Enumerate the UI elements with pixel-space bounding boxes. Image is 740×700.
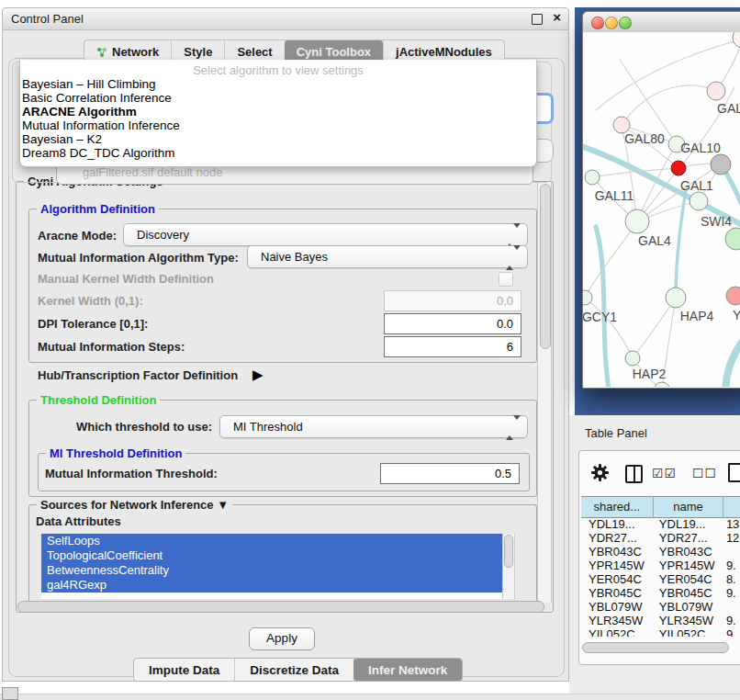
- mi-threshold-input[interactable]: 0.5: [380, 463, 520, 484]
- float-window-icon[interactable]: [532, 14, 543, 25]
- table-horizontal-scrollbar-thumb[interactable]: [582, 642, 729, 653]
- data-attribute-item[interactable]: TopologicalCoefficient: [41, 548, 502, 563]
- network-node-hap4[interactable]: [666, 288, 686, 308]
- tab-label: jActiveMNodules: [396, 45, 492, 59]
- zoom-traffic-light-icon[interactable]: [619, 17, 632, 29]
- close-icon[interactable]: ×: [553, 9, 561, 25]
- mi-steps-input[interactable]: 6: [384, 336, 521, 357]
- table-row[interactable]: YBR043CYBR043C: [581, 545, 740, 559]
- combo-stepper-icon: [506, 420, 521, 436]
- column-header[interactable]: [723, 496, 740, 518]
- network-node-hap2[interactable]: [625, 351, 640, 366]
- algorithm-option[interactable]: Bayesian – Hill Climbing: [22, 77, 533, 91]
- table-cell: 9.: [724, 559, 740, 572]
- network-canvas[interactable]: GALGAL80GAL10GAL1GAL11GAL4SWI4GCY1HAP4YH…: [583, 32, 740, 387]
- network-node-gal4[interactable]: [625, 209, 649, 233]
- network-edge[interactable]: [585, 221, 637, 298]
- table-cell: YBR045C: [656, 586, 724, 600]
- manual-kernel-width-checkbox[interactable]: [499, 272, 513, 287]
- table-cell: 9.: [724, 586, 740, 600]
- aracne-mode-combo[interactable]: Discovery: [123, 223, 528, 246]
- mi-algorithm-type-combo[interactable]: Naive Bayes: [247, 245, 528, 268]
- hub-definition-expander-label[interactable]: Hub/Transcription Factor Definition: [38, 368, 238, 382]
- network-node[interactable]: [711, 154, 731, 175]
- table-row[interactable]: YDR27...YDR27...12: [581, 531, 740, 545]
- network-edge[interactable]: [633, 298, 676, 358]
- tab-impute-data[interactable]: Impute Data: [134, 659, 234, 681]
- table-row[interactable]: YPR145WYPR145W9.: [581, 559, 740, 572]
- table-row[interactable]: YLR345WYLR345W9.: [581, 614, 740, 627]
- table-cell: YBL079W: [581, 600, 656, 614]
- which-threshold-label: Which threshold to use:: [76, 420, 212, 434]
- settings-horizontal-scrollbar-thumb[interactable]: [17, 601, 544, 613]
- apply-button[interactable]: Apply: [249, 627, 315, 650]
- network-node-label: GAL: [717, 101, 740, 116]
- tab-infer-network[interactable]: Infer Network: [353, 659, 462, 681]
- network-node-gal[interactable]: [707, 82, 725, 100]
- table-row[interactable]: YBL079WYBL079W: [581, 600, 740, 614]
- algorithm-option[interactable]: Bayesian – K2: [22, 132, 533, 146]
- dpi-tolerance-input[interactable]: 0.0: [384, 313, 521, 334]
- data-attribute-item[interactable]: SelfLoops: [41, 534, 502, 548]
- minimize-traffic-light-icon[interactable]: [605, 17, 618, 29]
- deselect-all-checkboxes-icon[interactable]: ☐☐: [692, 466, 717, 480]
- column-header[interactable]: shared...: [581, 496, 654, 518]
- algorithm-dropdown-list: Bayesian – Hill ClimbingBasic Correlatio…: [22, 77, 533, 160]
- attributes-scrollbar-thumb[interactable]: [504, 535, 513, 568]
- file-icon[interactable]: [728, 463, 740, 482]
- network-node-label: GAL10: [680, 141, 721, 155]
- data-attribute-item[interactable]: gal4RGexp: [41, 578, 502, 593]
- algorithm-option[interactable]: Basic Correlation Inference: [22, 91, 533, 105]
- network-node-swi4[interactable]: [725, 228, 740, 250]
- collapse-down-icon[interactable]: ▼: [217, 498, 229, 512]
- algorithm-option[interactable]: Mutual Information Inference: [22, 119, 533, 132]
- mi-algorithm-type-label: Mutual Information Algorithm Type:: [38, 251, 239, 265]
- close-traffic-light-icon[interactable]: [591, 17, 604, 29]
- expand-right-icon[interactable]: ▶: [252, 367, 263, 383]
- algorithm-option[interactable]: ARACNE Algorithm: [22, 105, 533, 119]
- network-node-gal1[interactable]: [690, 192, 708, 210]
- gear-icon[interactable]: [591, 464, 609, 485]
- algorithm-dropdown-placeholder[interactable]: Select algorithm to view settings: [20, 63, 536, 77]
- network-node-gal11[interactable]: [585, 170, 600, 185]
- tab-discretize-data[interactable]: Discretize Data: [234, 659, 353, 681]
- minimized-panel-icon[interactable]: [2, 687, 18, 700]
- network-edge[interactable]: [596, 227, 612, 387]
- data-attribute-item[interactable]: BetweennessCentrality: [41, 563, 502, 578]
- algorithm-option[interactable]: Dream8 DC_TDC Algorithm: [22, 146, 533, 160]
- tab-label: Cyni Toolbox: [297, 45, 371, 59]
- data-attributes-list: SelfLoopsTopologicalCoefficientBetweenne…: [41, 534, 502, 599]
- table-cell: YIL052C: [581, 627, 656, 637]
- control-panel-titlebar: Control Panel ×: [3, 8, 568, 30]
- network-window-titlebar: [583, 12, 740, 33]
- settings-vertical-scrollbar[interactable]: [537, 182, 552, 603]
- column-header[interactable]: name: [654, 496, 724, 518]
- network-edge[interactable]: [622, 85, 716, 125]
- network-node-y[interactable]: [726, 287, 740, 305]
- table-cell: 8.: [724, 572, 740, 586]
- network-node[interactable]: [733, 32, 740, 48]
- threshold-definition-title: Threshold Definition: [37, 393, 160, 407]
- columns-icon[interactable]: [625, 465, 643, 483]
- kernel-width-input[interactable]: 0.0: [384, 290, 521, 311]
- table-row[interactable]: YDL19...YDL19...13: [581, 517, 740, 531]
- table-row[interactable]: YBR045CYBR045C9.: [581, 586, 740, 600]
- settings-vertical-scrollbar-thumb[interactable]: [540, 184, 551, 349]
- which-threshold-combo[interactable]: MI Threshold: [219, 415, 528, 438]
- combo-stepper-icon: [506, 228, 521, 244]
- table-cell: YBR043C: [581, 545, 656, 559]
- table-cell: YLR345W: [581, 614, 656, 627]
- network-node[interactable]: [671, 161, 686, 175]
- attributes-scrollbar[interactable]: [502, 534, 515, 599]
- select-all-checkboxes-icon[interactable]: ☑☑: [652, 466, 677, 480]
- kernel-width-label: Kernel Width (0,1):: [38, 294, 143, 308]
- network-edge[interactable]: [725, 322, 740, 387]
- network-node[interactable]: [654, 382, 670, 387]
- mi-steps-label: Mutual Information Steps:: [38, 340, 185, 354]
- table-row[interactable]: YER054CYER054C8.: [581, 572, 740, 586]
- table-cell: 12: [724, 531, 740, 545]
- control-panel-title: Control Panel: [11, 12, 84, 26]
- table-cell: 9: [724, 627, 740, 637]
- table-row[interactable]: YIL052CYIL052C9: [581, 627, 740, 637]
- network-edge[interactable]: [585, 298, 633, 358]
